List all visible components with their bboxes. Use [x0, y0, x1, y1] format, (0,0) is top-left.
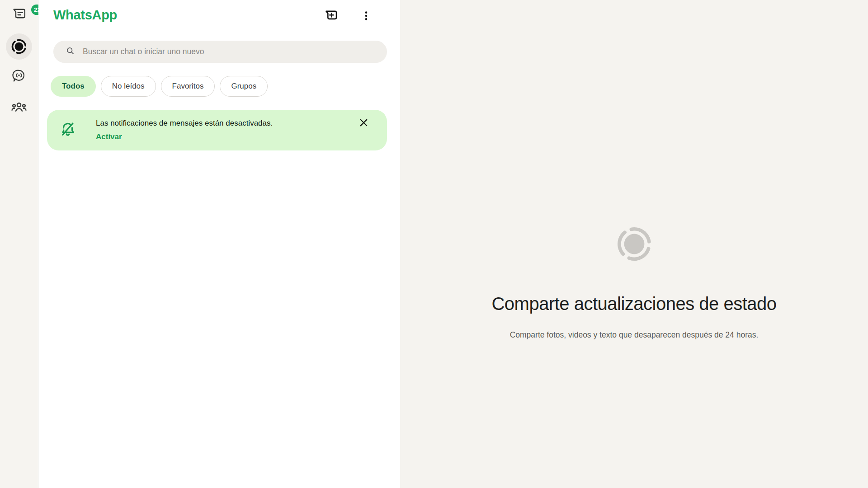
- bell-slash-icon: [59, 120, 77, 140]
- navigation-rail: 22: [0, 0, 38, 488]
- status-icon: [11, 38, 27, 55]
- filter-chip-favoritos[interactable]: Favoritos: [161, 76, 215, 97]
- filter-chip-todos[interactable]: Todos: [51, 76, 96, 97]
- search-bar[interactable]: [53, 41, 387, 63]
- chat-list-panel: WhatsApp Todos No: [38, 0, 400, 488]
- rail-item-chats[interactable]: 22: [0, 7, 38, 23]
- status-active-highlight: [6, 33, 32, 60]
- search-input[interactable]: [83, 47, 379, 56]
- banner-text: Las notificaciones de mensajes están des…: [96, 117, 273, 144]
- status-empty-subtitle: Comparte fotos, videos y texto que desap…: [510, 330, 759, 340]
- banner-close-button[interactable]: [357, 117, 370, 130]
- status-ring-icon: [616, 226, 652, 264]
- chats-icon: [11, 7, 27, 23]
- rail-item-communities[interactable]: [0, 99, 38, 116]
- app-title: WhatsApp: [53, 8, 117, 23]
- channels-icon: [12, 69, 26, 83]
- close-icon: [358, 117, 369, 130]
- activate-notifications-link[interactable]: Activar: [96, 130, 122, 144]
- rail-item-status[interactable]: [0, 33, 38, 60]
- filter-chip-grupos[interactable]: Grupos: [220, 76, 268, 97]
- chat-filter-chips: Todos No leídos Favoritos Grupos: [51, 76, 268, 97]
- new-chat-icon: [324, 17, 338, 25]
- communities-icon: [11, 99, 27, 116]
- kebab-menu-icon: [360, 15, 372, 23]
- status-main-area: Comparte actualizaciones de estado Compa…: [400, 0, 868, 488]
- notifications-disabled-banner: Las notificaciones de mensajes están des…: [47, 110, 387, 150]
- menu-button[interactable]: [360, 10, 372, 23]
- filter-chip-no-leidos[interactable]: No leídos: [101, 76, 156, 97]
- rail-item-channels[interactable]: [0, 69, 38, 83]
- status-empty-title: Comparte actualizaciones de estado: [491, 294, 776, 314]
- new-chat-button[interactable]: [324, 9, 338, 25]
- search-icon: [66, 46, 75, 57]
- banner-message: Las notificaciones de mensajes están des…: [96, 117, 273, 130]
